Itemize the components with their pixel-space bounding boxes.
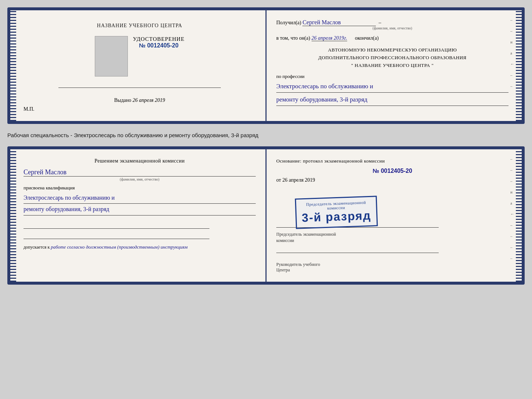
number-prefix: № — [373, 168, 379, 174]
bottom-document: Решением экзаменационной комиссии Сергей… — [7, 146, 525, 285]
divider-line-1 — [58, 88, 221, 88]
issued-prefix: Выдано — [114, 97, 132, 103]
commission-title: Решением экзаменационной комиссии — [24, 158, 256, 164]
bottom-left-panel: Решением экзаменационной комиссии Сергей… — [10, 149, 266, 282]
cert-number-value: 0012405-20 — [147, 42, 178, 49]
signature-lines — [24, 221, 256, 239]
margin-b-3: – — [510, 179, 514, 183]
date-suffix: окончил(а) — [355, 35, 379, 41]
margin-b-9: – — [510, 245, 514, 249]
margin-b-10: – — [510, 256, 514, 260]
margin-char-4: а — [510, 51, 514, 55]
head-divider — [276, 253, 439, 253]
profession-line1: Электрослесарь по обслуживанию и — [276, 81, 508, 93]
chairman-label: Председатель экзаменационной комиссии — [276, 231, 508, 244]
head-label: Руководитель учебного Центра — [276, 262, 508, 273]
margin-char-5: ← — [510, 62, 514, 66]
cert-number: № 0012405-20 — [139, 42, 179, 49]
head-section: Руководитель учебного Центра — [276, 253, 508, 273]
number-value: 0012405-20 — [381, 168, 412, 174]
profession-line2: ремонту оборудования, 3-й разряд — [276, 94, 508, 106]
margin-b-7: – — [510, 223, 514, 227]
chairman-section: Председатель экзаменационной комиссии — [276, 227, 508, 244]
head-label-1: Руководитель учебного — [276, 262, 320, 267]
protocol-date: от 26 апреля 2019 — [276, 177, 508, 183]
top-left-panel: НАЗВАНИЕ УЧЕБНОГО ЦЕНТРА УДОСТОВЕРЕНИЕ №… — [10, 10, 266, 121]
photo-placeholder — [95, 36, 128, 76]
margin-char-6: – — [510, 73, 514, 77]
qualification-label: присвоена квалификация — [24, 185, 256, 191]
margin-char-1: – — [510, 18, 514, 22]
right-margin-labels-bottom: – – – и а ← – – – – — [510, 157, 514, 260]
issued-line: Выдано 26 апреля 2019 — [114, 97, 165, 103]
org-line2: ДОПОЛНИТЕЛЬНОГО ПРОФЕССИОНАЛЬНОГО ОБРАЗО… — [318, 55, 466, 60]
date-value: 26 апреля 2019г. — [312, 35, 347, 41]
top-document: НАЗВАНИЕ УЧЕБНОГО ЦЕНТРА УДОСТОВЕРЕНИЕ №… — [7, 7, 525, 124]
margin-b-1: – — [510, 157, 514, 161]
sig-line-1 — [24, 221, 209, 229]
certificate-info: УДОСТОВЕРЕНИЕ № 0012405-20 — [133, 36, 185, 49]
margin-char-2: – — [510, 29, 514, 33]
mp-label: М.П. — [24, 106, 35, 112]
date-line: в том, что он(а) 26 апреля 2019г. окончи… — [276, 35, 508, 41]
admission-prefix: допускается к — [24, 245, 50, 250]
qualification-line1: Электрослесарь по обслуживанию и — [24, 192, 256, 204]
date-value-bottom: 26 апреля 2019 — [282, 177, 315, 183]
profession-label: по профессии — [276, 74, 508, 79]
margin-b-4: и — [510, 190, 514, 194]
fio-subtitle-top: (фамилия, имя, отчество) — [276, 26, 508, 30]
top-center-title: НАЗВАНИЕ УЧЕБНОГО ЦЕНТРА — [97, 23, 182, 29]
basis-label: Основание: протокол экзаменационной коми… — [276, 158, 508, 164]
head-label-2: Центра — [276, 267, 290, 272]
stamp-line1-label: Председатель экзаменационной — [276, 232, 336, 237]
top-right-panel: Получил(а) Сергей Маслов – (фамилия, имя… — [266, 10, 522, 121]
right-margin-labels: – – и а ← – – — [510, 18, 514, 88]
fio-subtitle-bottom: (фамилия, имя, отчество) — [24, 177, 256, 181]
cert-number-prefix: № — [139, 42, 145, 49]
certificate-section: УДОСТОВЕРЕНИЕ № 0012405-20 — [95, 36, 185, 76]
stamp-grade: 3-й разряд — [302, 209, 371, 225]
margin-b-2: – — [510, 168, 514, 172]
recipient-line: Получил(а) Сергей Маслов – (фамилия, имя… — [276, 19, 508, 30]
stamp-box: Председатель экзаменационной комиссии 3-… — [295, 196, 378, 229]
between-label: Рабочая специальность - Электрослесарь п… — [7, 131, 525, 140]
issued-date: 26 апреля 2019 — [133, 97, 165, 103]
stamp-line2-label: комиссии — [276, 238, 294, 243]
margin-char-7: – — [510, 84, 514, 88]
recipient-name: Сергей Маслов — [302, 19, 376, 26]
page-wrapper: НАЗВАНИЕ УЧЕБНОГО ЦЕНТРА УДОСТОВЕРЕНИЕ №… — [7, 7, 525, 285]
protocol-number: № 0012405-20 — [276, 168, 508, 174]
person-name: Сергей Маслов — [24, 168, 256, 177]
org-block: АВТОНОМНУЮ НЕКОММЕРЧЕСКУЮ ОРГАНИЗАЦИЮ ДО… — [276, 46, 508, 69]
org-line1: АВТОНОМНУЮ НЕКОММЕРЧЕСКУЮ ОРГАНИЗАЦИЮ — [328, 47, 457, 53]
admission-line: допускается к работе согласно должностны… — [24, 244, 256, 250]
margin-b-5: а — [510, 201, 514, 205]
margin-b-6: ← — [510, 212, 514, 216]
qualification-line2: ремонту оборудования, 3-й разряд — [24, 204, 256, 215]
bottom-right-panel: Основание: протокол экзаменационной коми… — [266, 149, 522, 282]
org-line3: " НАЗВАНИЕ УЧЕБНОГО ЦЕНТРА " — [351, 63, 434, 68]
date-prefix: в том, что он(а) — [276, 35, 310, 41]
cert-label: УДОСТОВЕРЕНИЕ — [133, 36, 185, 42]
recipient-prefix: Получил(а) — [276, 20, 301, 25]
date-prefix-bottom: от — [276, 177, 281, 183]
margin-b-8: – — [510, 234, 514, 238]
sig-line-2 — [24, 231, 209, 239]
admission-text: работе согласно должностным (производств… — [51, 244, 187, 250]
margin-char-3: и — [510, 40, 514, 44]
